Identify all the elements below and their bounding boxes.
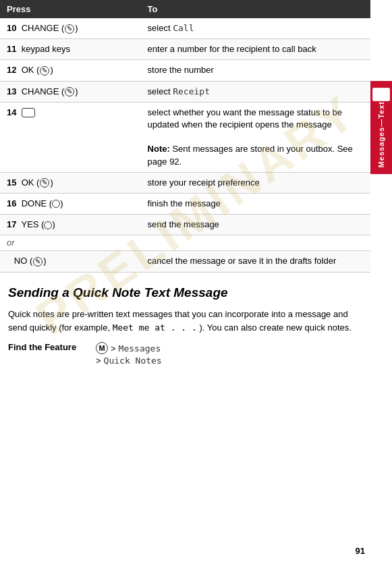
press-text: keypad keys (22, 44, 70, 54)
press-suffix: ) (75, 23, 78, 33)
press-suffix: ) (75, 86, 78, 96)
press-suffix: ) (60, 198, 63, 208)
find-feature-step-2: > Quick Notes (96, 356, 162, 366)
action-cell: finish the message (141, 193, 370, 214)
press-text: CHANGE ( (22, 86, 65, 96)
pencil-icon: ✎ (40, 66, 49, 76)
to-header: To (141, 0, 370, 18)
pencil-icon: ✎ (65, 24, 74, 34)
circle-icon (52, 200, 60, 208)
svg-rect-0 (373, 88, 389, 101)
table-row: 17 YES () send the message (0, 215, 370, 235)
or-row: or (0, 235, 370, 251)
press-suffix: ) (52, 219, 55, 229)
action-cell: send the message (141, 215, 370, 235)
row-num: 17 (7, 219, 16, 229)
messages-link: Messages (119, 343, 161, 354)
table-row: 15 OK (✎) store your receipt preference (0, 172, 370, 193)
press-cell: NO (✎) (0, 251, 141, 272)
press-suffix: ) (43, 256, 46, 266)
press-text: NO ( (14, 256, 32, 266)
press-text: OK ( (22, 65, 40, 75)
table-row: 13 CHANGE (✎) select Receipt (0, 81, 370, 102)
pencil-icon: ✎ (65, 87, 74, 96)
action-cell: store your receipt preference (141, 172, 370, 193)
page-number: 91 (356, 546, 365, 556)
find-feature: Find the Feature M > Messages > Quick No… (8, 342, 362, 366)
press-text: YES ( (21, 219, 44, 229)
quick-notes-link: Quick Notes (104, 356, 162, 366)
table-row: NO (✎) cancel the message or save it in … (0, 251, 370, 272)
row-num: 14 (7, 107, 16, 117)
sidebar-label: Messages—Text (377, 101, 385, 167)
find-feature-steps: M > Messages > Quick Notes (96, 342, 162, 366)
pencil-icon: ✎ (33, 257, 43, 266)
press-cell: 13 CHANGE (✎) (0, 81, 141, 102)
action-cell: select Receipt (141, 81, 370, 102)
sidebar-tab: Messages—Text (370, 81, 392, 174)
row-num: 16 (7, 198, 16, 208)
press-cell: 17 YES () (0, 215, 141, 235)
press-suffix: ) (50, 65, 53, 75)
circle-icon (44, 221, 52, 229)
row-num: 15 (7, 177, 16, 188)
action-cell: enter a number for the recipient to call… (141, 39, 370, 60)
row-num: 12 (7, 65, 16, 75)
or-empty (141, 235, 370, 251)
main-content: Press To 10 CHANGE (✎) select Call 11 ke… (0, 0, 370, 386)
table-row: 12 OK (✎) store the number (0, 60, 370, 81)
press-suffix: ) (50, 177, 53, 188)
section-heading: Sending a Quick Note Text Message (8, 285, 362, 302)
note-label: Note: (148, 144, 170, 154)
instruction-table: Press To 10 CHANGE (✎) select Call 11 ke… (0, 0, 370, 273)
press-cell: 14 (0, 102, 141, 172)
code-value: Call (173, 23, 194, 33)
table-row: 14 select whether you want the message s… (0, 102, 370, 172)
press-cell: 10 CHANGE (✎) (0, 18, 141, 39)
monospace-example: Meet me at . . . (113, 322, 197, 333)
press-cell: 11 keypad keys (0, 39, 141, 60)
press-text: DONE ( (22, 198, 53, 208)
pencil-icon: ✎ (40, 178, 49, 188)
nav-icon (22, 108, 35, 117)
table-row: 16 DONE () finish the message (0, 193, 370, 214)
arrow-2: > (96, 356, 101, 366)
press-cell: 16 DONE () (0, 193, 141, 214)
press-cell: 12 OK (✎) (0, 60, 141, 81)
action-cell: cancel the message or save it in the dra… (141, 251, 370, 272)
action-cell: store the number (141, 60, 370, 81)
code-value: Receipt (173, 86, 210, 96)
press-cell: 15 OK (✎) (0, 172, 141, 193)
press-header: Press (0, 0, 141, 18)
press-text: CHANGE ( (22, 23, 65, 33)
find-feature-label: Find the Feature (8, 342, 96, 352)
action-cell: select Call (141, 18, 370, 39)
press-text: OK ( (22, 177, 40, 188)
table-header-row: Press To (0, 0, 370, 18)
table-row: 11 keypad keys enter a number for the re… (0, 39, 370, 60)
arrow-1: > (111, 343, 116, 354)
find-feature-step-1: M > Messages (96, 342, 162, 354)
menu-icon: M (96, 342, 108, 354)
or-label: or (0, 235, 141, 251)
row-num: 11 (7, 44, 16, 54)
row-num: 10 (7, 23, 16, 33)
row-num: 13 (7, 86, 16, 96)
body-text: Quick notes are pre-written text message… (8, 308, 362, 334)
action-cell: select whether you want the message stat… (141, 102, 370, 172)
envelope-icon (372, 88, 390, 101)
table-row: 10 CHANGE (✎) select Call (0, 18, 370, 39)
